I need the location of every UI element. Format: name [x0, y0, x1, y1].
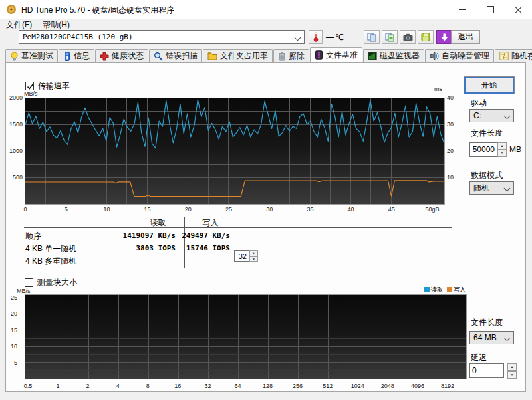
axis-tick-label: 2048	[374, 383, 401, 389]
window-bottom-strip	[0, 392, 532, 400]
axis-tick-label: 2	[74, 383, 101, 389]
axis-tick-label: 128	[255, 383, 281, 389]
chevron-down-icon	[504, 185, 511, 192]
copy-text-icon	[367, 33, 376, 42]
chevron-down-icon	[295, 34, 301, 41]
axis-tick-label: 0.5	[15, 383, 41, 389]
transfer-rate-checkbox[interactable]	[25, 82, 34, 90]
exit-button-label: 退出	[458, 31, 473, 43]
transfer-rate-checkbox-label: 传输速率	[38, 80, 70, 92]
axis-tick-label: 50gB	[420, 206, 444, 213]
maximize-button[interactable]	[476, 0, 504, 19]
tab-label: 文件夹占用率	[220, 50, 268, 62]
row-4k-single-write-value: 15746 IOPS	[173, 244, 230, 252]
file-length-unit: MB	[509, 145, 521, 154]
tab-label: 信息	[74, 50, 90, 62]
tab-label: 随机存取	[511, 50, 532, 62]
axis-tick-label: 25	[217, 206, 241, 213]
top-chart-left-axis-unit: MB/s	[24, 90, 38, 97]
queue-depth-stepper[interactable]: ▲ ▼	[249, 250, 258, 262]
axis-tick-label: 5	[54, 206, 78, 213]
bottom-file-length-label: 文件长度	[471, 317, 503, 328]
queue-depth-input[interactable]: 32	[234, 250, 249, 262]
tab-label: 磁盘监视器	[380, 50, 420, 62]
table-col-write: 写入	[184, 217, 237, 229]
drive-select-value: PeM280120GP4C15B (120 gB)	[23, 33, 133, 41]
tab-random-access[interactable]: 随机存取	[495, 49, 532, 62]
trash-icon	[278, 52, 286, 61]
data-mode-combobox[interactable]: 随机	[469, 181, 514, 195]
latency-stepper[interactable]: ▲ ▼	[507, 363, 517, 379]
axis-tick-label: 35	[298, 206, 322, 213]
tab-error-scan[interactable]: 错误扫描	[149, 49, 202, 62]
stepper-up-icon[interactable]: ▲	[507, 363, 517, 371]
tab-label: 文件基准	[326, 50, 358, 61]
app-icon	[6, 4, 17, 15]
health-cross-icon	[100, 52, 109, 61]
temperature-button[interactable]	[309, 30, 323, 44]
tab-bar: 基准测试信息健康状态错误扫描文件夹占用率擦除文件基准磁盘监视器自动噪音管理随机存…	[5, 47, 532, 62]
exit-button[interactable]: 退出	[451, 30, 480, 44]
save-button[interactable]	[418, 30, 434, 44]
bottom-file-length-combobox[interactable]: 64 MB	[469, 331, 514, 344]
tab-file-benchmark[interactable]: 文件基准	[310, 47, 362, 62]
axis-tick-label: 16	[164, 383, 191, 389]
minimize-button[interactable]	[448, 0, 476, 19]
tab-label: 基准测试	[21, 50, 53, 62]
page-top-border	[5, 62, 526, 63]
check-icon	[27, 83, 34, 90]
legend-write-label: 写入	[454, 286, 466, 293]
download-button[interactable]	[436, 30, 452, 44]
top-chart-right-axis-unit: ms	[434, 86, 442, 92]
close-button[interactable]	[504, 0, 532, 19]
row-4k-multi-label: 4 KB 多重随机	[25, 256, 76, 267]
stepper-down-icon[interactable]: ▼	[507, 371, 517, 379]
start-button-label: 开始	[481, 80, 497, 91]
axis-tick-label: 256	[285, 383, 311, 389]
stepper-down-icon[interactable]: ▼	[497, 150, 507, 157]
axis-tick-label: 0	[13, 206, 37, 213]
axis-tick-label: 4096	[404, 383, 431, 389]
screenshot-button[interactable]	[400, 30, 416, 44]
app-window: HD Tune Pro 5.70 - 硬盘/固态硬盘实用程序 文件(F) 帮助(…	[0, 0, 532, 400]
axis-tick-label: 5	[3, 359, 17, 366]
window-title: HD Tune Pro 5.70 - 硬盘/固态硬盘实用程序	[21, 5, 174, 16]
copy-image-button[interactable]	[382, 30, 398, 44]
stepper-up-icon[interactable]: ▲	[497, 142, 507, 150]
axis-tick-label: 64	[224, 383, 251, 389]
stepper-down-icon[interactable]: ▼	[249, 256, 258, 262]
tab-info[interactable]: 信息	[59, 49, 94, 62]
tab-folder-usage[interactable]: 文件夹占用率	[203, 49, 273, 62]
drive-select-combobox[interactable]: PeM280120GP4C15B (120 gB)	[19, 30, 305, 44]
tab-label: 健康状态	[112, 50, 144, 62]
axis-tick-label: 20	[447, 148, 460, 154]
drive-combobox[interactable]: C:	[469, 109, 514, 122]
file-length-input[interactable]: 50000	[469, 142, 497, 157]
chevron-down-icon	[504, 335, 511, 342]
start-button[interactable]: 开始	[464, 76, 515, 94]
latency-input[interactable]: 0	[469, 363, 504, 378]
axis-tick-label: 8	[134, 383, 161, 389]
tab-health[interactable]: 健康状态	[95, 49, 148, 62]
axis-tick-label: 1000	[4, 148, 23, 154]
data-mode-combobox-value: 随机	[473, 183, 489, 194]
axis-tick-label: 8192	[434, 383, 461, 389]
legend-write: 写入	[447, 286, 466, 294]
row-sequential-read-value: 1419097 KB/s	[118, 231, 176, 240]
axis-tick-label: 10	[3, 343, 17, 350]
file-length-label: 文件长度	[471, 128, 503, 139]
tab-benchmark[interactable]: 基准测试	[5, 49, 58, 62]
file-length-stepper[interactable]: ▲ ▼	[497, 142, 507, 157]
axis-tick-label: 2000	[4, 94, 23, 101]
block-size-checkbox[interactable]	[25, 278, 33, 287]
axis-tick-label: 500	[4, 174, 23, 181]
folder-icon	[207, 52, 217, 60]
tab-aam[interactable]: 自动噪音管理	[425, 49, 494, 62]
block-size-checkbox-label: 测量块大小	[37, 277, 77, 288]
tab-disk-monitor[interactable]: 磁盘监视器	[363, 49, 424, 62]
axis-tick-label: 45	[380, 206, 404, 213]
stepper-up-icon[interactable]: ▲	[249, 250, 258, 256]
axis-tick-label: 1024	[344, 383, 371, 389]
tab-erase[interactable]: 擦除	[273, 49, 309, 62]
copy-text-button[interactable]	[364, 30, 380, 44]
